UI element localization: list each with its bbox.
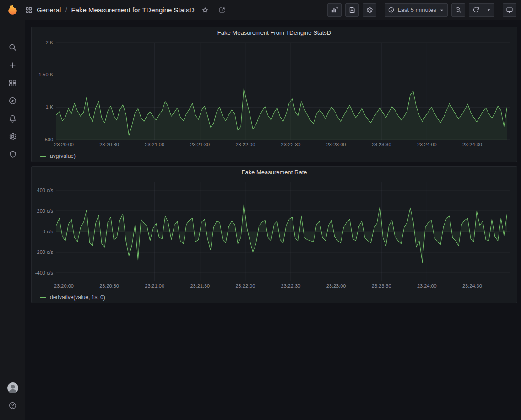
sidebar-item-configuration[interactable] xyxy=(0,128,25,145)
add-panel-icon xyxy=(331,6,338,14)
apps-grid-icon xyxy=(25,6,33,14)
share-icon xyxy=(218,6,226,14)
svg-text:23:23:00: 23:23:00 xyxy=(326,283,346,289)
sidebar-item-alerting[interactable] xyxy=(0,110,25,128)
refresh-icon xyxy=(472,6,479,13)
svg-text:23:21:30: 23:21:30 xyxy=(190,142,210,147)
add-panel-button[interactable] xyxy=(327,3,342,17)
svg-text:23:23:00: 23:23:00 xyxy=(326,142,346,147)
chevron-down-icon xyxy=(439,7,445,13)
svg-text:-200 c/s: -200 c/s xyxy=(35,249,54,255)
sidebar-item-dashboards[interactable] xyxy=(0,74,25,92)
legend-series-label[interactable]: avg(value) xyxy=(50,153,76,159)
panel-title[interactable]: Fake Measurement Rate xyxy=(32,167,517,178)
svg-text:23:24:30: 23:24:30 xyxy=(462,283,482,289)
star-icon xyxy=(201,6,209,14)
svg-text:200 c/s: 200 c/s xyxy=(37,208,54,214)
cycle-view-mode-button[interactable] xyxy=(503,3,516,17)
svg-text:500: 500 xyxy=(45,137,53,142)
sidebar-item-create[interactable] xyxy=(0,56,25,74)
sidebar-item-server-admin[interactable] xyxy=(0,145,25,163)
zoom-out-icon xyxy=(455,6,462,14)
shield-icon xyxy=(9,151,17,159)
bell-icon xyxy=(8,114,17,123)
time-series-chart[interactable]: 5001 K1.50 K2 K23:20:0023:20:3023:21:002… xyxy=(34,39,514,151)
svg-text:23:20:30: 23:20:30 xyxy=(99,283,119,289)
refresh-interval-dropdown[interactable] xyxy=(483,3,494,17)
panel-fake-measurement-rate: Fake Measurement Rate -400 c/s-200 c/s0 … xyxy=(31,166,517,303)
svg-text:23:23:30: 23:23:30 xyxy=(372,283,391,289)
compass-icon xyxy=(8,97,17,105)
search-icon xyxy=(8,43,17,52)
panel-legend: derivative(value, 1s, 0) xyxy=(32,292,517,303)
svg-text:23:22:30: 23:22:30 xyxy=(281,283,301,289)
svg-text:23:24:00: 23:24:00 xyxy=(417,142,437,147)
refresh-button-group xyxy=(469,3,494,17)
gear-icon xyxy=(366,6,373,14)
svg-text:23:24:00: 23:24:00 xyxy=(417,283,437,289)
svg-text:23:22:00: 23:22:00 xyxy=(235,142,255,147)
svg-text:23:24:30: 23:24:30 xyxy=(462,142,482,147)
svg-text:23:20:30: 23:20:30 xyxy=(99,142,119,147)
dashboard-toolbar: Last 5 minutes xyxy=(327,3,521,17)
sidebar-item-explore[interactable] xyxy=(0,92,25,110)
svg-text:1.50 K: 1.50 K xyxy=(38,72,53,77)
time-series-chart[interactable]: -400 c/s-200 c/s0 c/s200 c/s400 c/s23:20… xyxy=(34,178,514,292)
time-range-label: Last 5 minutes xyxy=(397,6,436,13)
svg-text:1 K: 1 K xyxy=(45,104,53,110)
save-dashboard-button[interactable] xyxy=(345,3,359,17)
sidebar-bottom-section xyxy=(0,379,25,415)
dashboard-settings-button[interactable] xyxy=(363,3,376,17)
svg-text:23:20:00: 23:20:00 xyxy=(54,142,74,147)
sidebar-item-search[interactable] xyxy=(0,38,25,56)
svg-text:23:22:00: 23:22:00 xyxy=(235,283,255,289)
sidebar-item-help[interactable] xyxy=(0,397,25,415)
dashboards-grid-icon xyxy=(8,79,17,87)
panel-fake-measurement: Fake Measurement From TDengine StatsD 50… xyxy=(31,27,517,162)
legend-series-label[interactable]: derivative(value, 1s, 0) xyxy=(50,294,105,301)
plus-icon xyxy=(8,61,17,70)
top-navigation-bar: General / Fake Measurement for TDengine … xyxy=(0,0,521,20)
svg-text:0 c/s: 0 c/s xyxy=(43,229,54,234)
help-circle-icon xyxy=(8,401,17,410)
legend-series-marker[interactable] xyxy=(40,156,46,157)
svg-text:23:21:30: 23:21:30 xyxy=(190,283,210,289)
star-dashboard-button[interactable] xyxy=(200,5,211,15)
zoom-out-time-button[interactable] xyxy=(451,3,465,17)
svg-text:23:22:30: 23:22:30 xyxy=(281,142,301,147)
breadcrumb-page-title: Fake Measurement for TDengine StatsD xyxy=(71,6,195,14)
save-icon xyxy=(348,6,356,14)
sidebar-item-user-profile[interactable] xyxy=(0,379,25,397)
dashboard-canvas: Fake Measurement From TDengine StatsD 50… xyxy=(25,20,521,420)
clock-icon xyxy=(388,6,395,13)
user-avatar xyxy=(7,382,19,394)
monitor-icon xyxy=(506,6,513,14)
svg-text:2 K: 2 K xyxy=(45,40,53,45)
time-range-picker[interactable]: Last 5 minutes xyxy=(385,3,448,17)
chevron-down-icon xyxy=(486,7,491,12)
svg-text:-400 c/s: -400 c/s xyxy=(35,270,54,275)
svg-text:400 c/s: 400 c/s xyxy=(37,188,54,193)
grafana-flame-icon xyxy=(6,4,19,16)
gear-icon xyxy=(8,132,17,141)
svg-text:23:23:30: 23:23:30 xyxy=(372,142,391,147)
refresh-dashboard-button[interactable] xyxy=(469,3,483,17)
panel-legend: avg(value) xyxy=(32,151,517,162)
panel-title[interactable]: Fake Measurement From TDengine StatsD xyxy=(32,27,517,39)
grafana-logo[interactable] xyxy=(0,4,25,16)
breadcrumb: General / Fake Measurement for TDengine … xyxy=(25,5,228,15)
legend-series-marker[interactable] xyxy=(40,297,46,298)
svg-text:23:21:00: 23:21:00 xyxy=(145,283,164,289)
svg-text:23:20:00: 23:20:00 xyxy=(54,283,74,289)
share-dashboard-button[interactable] xyxy=(217,5,228,15)
breadcrumb-separator: / xyxy=(65,6,67,14)
svg-text:23:21:00: 23:21:00 xyxy=(145,142,164,147)
breadcrumb-section-general[interactable]: General xyxy=(37,6,61,14)
left-sidebar xyxy=(0,20,25,420)
